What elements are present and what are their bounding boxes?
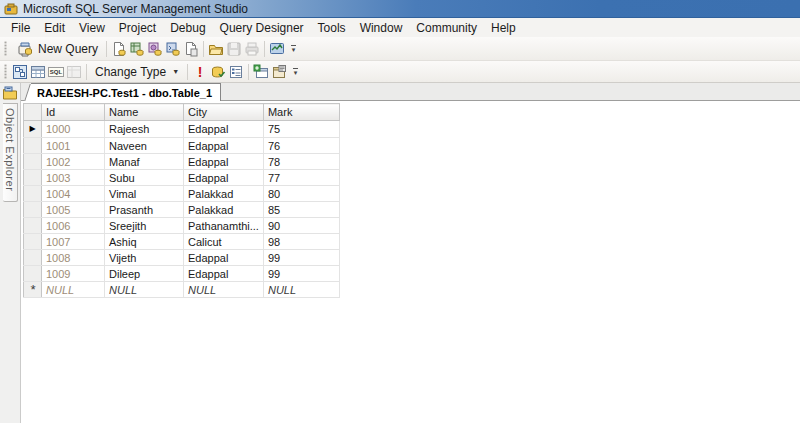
grid-cell[interactable]: NULL bbox=[42, 282, 105, 298]
grid-cell[interactable]: 85 bbox=[263, 202, 339, 218]
dmx-query-icon[interactable] bbox=[146, 40, 164, 58]
grid-cell[interactable]: Dileep bbox=[105, 266, 184, 282]
grid-cell[interactable]: 1008 bbox=[42, 250, 105, 266]
grid-cell[interactable]: Prasanth bbox=[105, 202, 184, 218]
menu-item-project[interactable]: Project bbox=[112, 19, 163, 37]
row-selector[interactable] bbox=[24, 218, 42, 234]
menu-item-help[interactable]: Help bbox=[484, 19, 523, 37]
column-header-city[interactable]: City bbox=[184, 104, 264, 121]
row-selector[interactable] bbox=[24, 250, 42, 266]
grid-cell[interactable]: Subu bbox=[105, 170, 184, 186]
menu-item-query-designer[interactable]: Query Designer bbox=[213, 19, 311, 37]
grid-cell[interactable]: 90 bbox=[263, 218, 339, 234]
toolbar-grip[interactable] bbox=[3, 64, 8, 79]
tab-dbo-table1[interactable]: RAJEESH-PC.Test1 - dbo.Table_1 bbox=[31, 83, 221, 101]
grid-cell[interactable]: 1005 bbox=[42, 202, 105, 218]
change-type-button[interactable]: Change Type ▼ bbox=[90, 63, 184, 81]
row-selector[interactable] bbox=[24, 234, 42, 250]
activity-monitor-icon[interactable] bbox=[268, 40, 286, 58]
grid-cell[interactable]: 78 bbox=[263, 154, 339, 170]
menu-item-file[interactable]: File bbox=[4, 19, 37, 37]
grid-cell[interactable]: Edappal bbox=[184, 170, 264, 186]
grid-cell[interactable]: 1009 bbox=[42, 266, 105, 282]
toolbar-separator bbox=[187, 64, 188, 80]
grid-cell[interactable]: Edappal bbox=[184, 138, 264, 154]
xmla-query-icon[interactable] bbox=[164, 40, 182, 58]
grid-cell[interactable]: Palakkad bbox=[184, 202, 264, 218]
row-selector[interactable] bbox=[24, 154, 42, 170]
grid-cell[interactable]: 77 bbox=[263, 170, 339, 186]
properties-window-icon[interactable] bbox=[227, 63, 245, 81]
menu-item-community[interactable]: Community bbox=[409, 19, 484, 37]
row-selector[interactable] bbox=[24, 202, 42, 218]
column-header-id[interactable]: Id bbox=[42, 104, 105, 121]
grid-cell[interactable]: NULL bbox=[263, 282, 339, 298]
new-database-query-icon[interactable] bbox=[110, 40, 128, 58]
show-criteria-pane-icon[interactable] bbox=[29, 63, 47, 81]
menu-item-edit[interactable]: Edit bbox=[37, 19, 72, 37]
save-icon[interactable] bbox=[225, 40, 243, 58]
grid-cell[interactable]: 1003 bbox=[42, 170, 105, 186]
menu-item-view[interactable]: View bbox=[72, 19, 112, 37]
show-sql-pane-icon[interactable]: SQL bbox=[47, 63, 65, 81]
grid-cell[interactable]: Naveen bbox=[105, 138, 184, 154]
grid-cell[interactable]: 76 bbox=[263, 138, 339, 154]
object-explorer-icon[interactable] bbox=[2, 85, 18, 101]
grid-cell[interactable]: Edappal bbox=[184, 121, 264, 138]
grid-cell[interactable]: Edappal bbox=[184, 266, 264, 282]
grid-cell[interactable]: 80 bbox=[263, 186, 339, 202]
row-selector[interactable] bbox=[24, 266, 42, 282]
add-group-by-icon[interactable] bbox=[270, 63, 288, 81]
grid-corner[interactable] bbox=[24, 104, 42, 121]
grid-cell[interactable]: Calicut bbox=[184, 234, 264, 250]
grid-cell[interactable]: Sreejith bbox=[105, 218, 184, 234]
row-selector[interactable] bbox=[24, 170, 42, 186]
show-diagram-pane-icon[interactable] bbox=[11, 63, 29, 81]
show-results-pane-icon[interactable] bbox=[65, 63, 83, 81]
row-selector[interactable] bbox=[24, 186, 42, 202]
grid-cell[interactable]: Vijeth bbox=[105, 250, 184, 266]
mdx-query-icon[interactable] bbox=[128, 40, 146, 58]
chevron-down-icon: ▼ bbox=[172, 68, 179, 75]
grid-cell[interactable]: Pathanamthi... bbox=[184, 218, 264, 234]
grid-cell[interactable]: 1006 bbox=[42, 218, 105, 234]
toolbar-overflow-button[interactable]: ▾ bbox=[288, 40, 299, 58]
object-explorer-tab[interactable]: Object Explorer bbox=[3, 103, 18, 202]
grid-cell[interactable]: 75 bbox=[263, 121, 339, 138]
add-table-icon[interactable] bbox=[252, 63, 270, 81]
column-header-name[interactable]: Name bbox=[105, 104, 184, 121]
grid-cell[interactable]: 99 bbox=[263, 250, 339, 266]
menu-item-window[interactable]: Window bbox=[353, 19, 410, 37]
new-query-button[interactable]: New Query bbox=[11, 38, 103, 60]
app-icon bbox=[4, 2, 18, 16]
row-selector[interactable]: ▶ bbox=[24, 121, 42, 138]
grid-cell[interactable]: NULL bbox=[184, 282, 264, 298]
print-icon[interactable] bbox=[243, 40, 261, 58]
grid-cell[interactable]: Vimal bbox=[105, 186, 184, 202]
row-selector[interactable]: * bbox=[24, 282, 42, 298]
grid-cell[interactable]: Palakkad bbox=[184, 186, 264, 202]
grid-cell[interactable]: 1001 bbox=[42, 138, 105, 154]
verify-sql-icon[interactable] bbox=[209, 63, 227, 81]
grid-cell[interactable]: Ashiq bbox=[105, 234, 184, 250]
grid-cell[interactable]: Edappal bbox=[184, 250, 264, 266]
menu-item-tools[interactable]: Tools bbox=[311, 19, 353, 37]
grid-cell[interactable]: Manaf bbox=[105, 154, 184, 170]
column-header-mark[interactable]: Mark bbox=[263, 104, 339, 121]
grid-cell[interactable]: Edappal bbox=[184, 154, 264, 170]
toolbar-grip[interactable] bbox=[3, 41, 8, 56]
open-file-icon[interactable] bbox=[207, 40, 225, 58]
grid-cell[interactable]: 1002 bbox=[42, 154, 105, 170]
menu-item-debug[interactable]: Debug bbox=[163, 19, 212, 37]
row-selector[interactable] bbox=[24, 138, 42, 154]
grid-cell[interactable]: 1004 bbox=[42, 186, 105, 202]
toolbar-overflow-button[interactable]: ▾ bbox=[290, 63, 301, 81]
grid-cell[interactable]: 1000 bbox=[42, 121, 105, 138]
grid-cell[interactable]: Rajeesh bbox=[105, 121, 184, 138]
grid-cell[interactable]: NULL bbox=[105, 282, 184, 298]
grid-cell[interactable]: 1007 bbox=[42, 234, 105, 250]
document-copy-icon[interactable] bbox=[182, 40, 200, 58]
grid-cell[interactable]: 99 bbox=[263, 266, 339, 282]
execute-sql-icon[interactable]: ! bbox=[191, 63, 209, 81]
grid-cell[interactable]: 98 bbox=[263, 234, 339, 250]
